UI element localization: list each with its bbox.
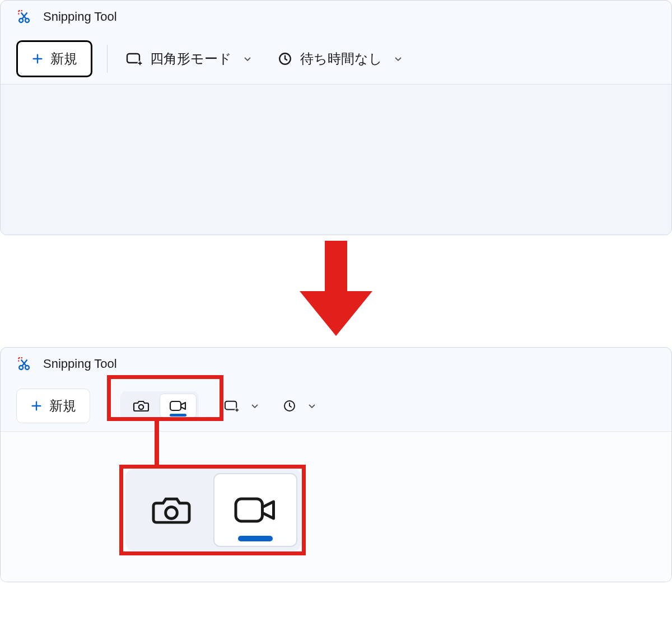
new-button-label: 新規 (50, 50, 77, 68)
video-camera-icon (232, 493, 278, 527)
svg-point-5 (19, 366, 23, 370)
chevron-down-icon (394, 54, 403, 63)
chevron-down-icon (243, 54, 252, 63)
svg-point-0 (19, 18, 23, 22)
delay-dropdown[interactable]: 待ち時間なし (274, 44, 406, 73)
screenshot-mode-button[interactable] (123, 394, 160, 418)
delay-label: 待ち時間なし (300, 50, 382, 68)
titlebar: Snipping Tool (1, 1, 671, 33)
video-camera-icon (169, 399, 187, 413)
new-button[interactable]: 新規 (16, 389, 90, 423)
camera-icon (150, 492, 193, 528)
canvas-area (1, 85, 671, 235)
down-arrow-icon (300, 241, 372, 338)
camera-icon (133, 399, 150, 413)
capture-mode-toggle-zoom (125, 469, 301, 551)
toolbar: 新規 四角形モード 待ち (1, 33, 671, 85)
app-title: Snipping Tool (43, 10, 117, 24)
toolbar-divider (107, 45, 108, 73)
svg-rect-13 (236, 499, 263, 521)
clock-icon (283, 399, 296, 413)
svg-rect-8 (170, 401, 181, 410)
canvas-area (1, 432, 671, 582)
svg-point-12 (166, 507, 178, 519)
snip-mode-dropdown[interactable] (220, 394, 263, 418)
svg-rect-2 (127, 54, 139, 63)
screenshot-mode-button[interactable] (129, 473, 213, 547)
titlebar: Snipping Tool (1, 348, 671, 380)
snip-mode-label: 四角形モード (150, 50, 232, 68)
active-indicator (238, 536, 273, 541)
svg-point-7 (139, 404, 143, 409)
toolbar: 新規 (1, 380, 671, 432)
plus-icon (30, 400, 43, 412)
clock-icon (278, 52, 292, 66)
active-indicator (170, 414, 186, 417)
svg-point-1 (25, 18, 29, 22)
rectangle-mode-icon (125, 52, 142, 66)
record-mode-button[interactable] (213, 473, 297, 547)
snip-mode-dropdown[interactable]: 四角形モード (122, 44, 255, 73)
app-window-after: Snipping Tool 新規 (0, 347, 672, 582)
app-icon (16, 10, 31, 24)
rectangle-mode-icon (223, 399, 239, 413)
plus-icon (31, 53, 44, 65)
delay-dropdown[interactable] (279, 394, 320, 418)
new-button-label: 新規 (49, 397, 76, 415)
capture-mode-toggle (120, 391, 199, 420)
app-title: Snipping Tool (43, 357, 117, 371)
svg-point-6 (25, 366, 29, 370)
app-icon (16, 357, 31, 371)
app-window-before: Snipping Tool 新規 四角形モード (0, 0, 672, 235)
chevron-down-icon (307, 401, 316, 410)
chevron-down-icon (250, 401, 259, 410)
new-button[interactable]: 新規 (16, 40, 92, 77)
svg-rect-9 (225, 401, 236, 409)
record-mode-button[interactable] (160, 394, 197, 418)
